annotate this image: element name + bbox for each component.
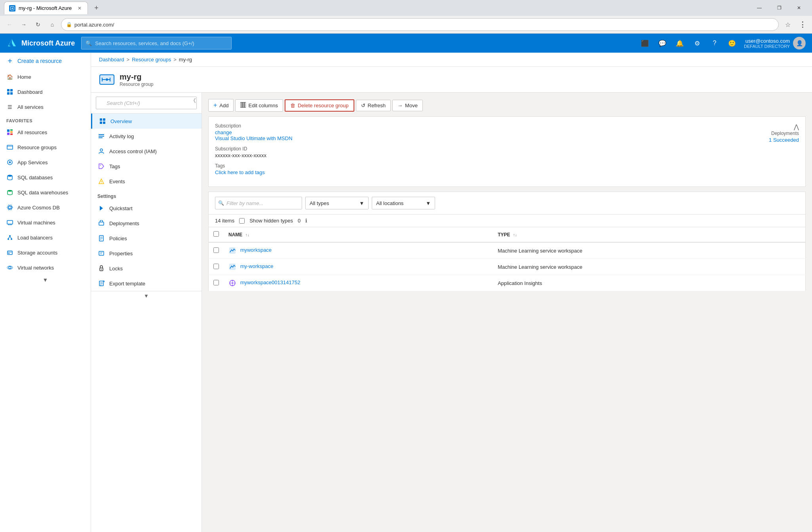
table-row: my-workspace Machine Learning service wo… [209,259,806,275]
edit-columns-button[interactable]: Edit columns [235,99,283,112]
row-resource-icon [228,279,236,287]
svg-rect-48 [242,102,244,108]
svg-rect-1 [7,89,10,91]
forward-button[interactable]: → [18,19,29,30]
azure-logo[interactable]: Microsoft Azure [6,38,75,49]
reload-button[interactable]: ↻ [32,19,44,30]
collapse-panel-icon[interactable]: 《 [190,97,196,104]
nav-item-quickstart[interactable]: Quickstart [91,201,202,216]
user-profile[interactable]: user@contoso.com DEFAULT DIRECTORY 👤 [744,37,806,49]
sidebar-item-sql-databases[interactable]: SQL databases [0,170,91,185]
svg-rect-9 [10,133,13,135]
refresh-button[interactable]: ↺ Refresh [356,100,391,111]
select-all-checkbox[interactable] [213,231,219,237]
more-options-button[interactable]: ⋮ [797,19,808,30]
sidebar-item-sql-data-warehouses[interactable]: SQL data warehouses [0,185,91,200]
user-tenant: DEFAULT DIRECTORY [744,44,790,49]
back-button[interactable]: ← [4,19,15,30]
subscription-value[interactable]: Visual Studio Ultimate with MSDN [215,135,293,141]
maximize-button[interactable]: ❐ [770,2,788,14]
sidebar-item-resource-groups[interactable]: Resource groups [0,140,91,155]
user-info: user@contoso.com DEFAULT DIRECTORY [744,38,790,49]
sql-databases-icon [6,174,13,181]
browser-tab[interactable]: my-rg - Microsoft Azure ✕ [4,2,88,14]
sidebar-item-all-resources[interactable]: All resources [0,125,91,140]
security-icon: 🔒 [66,22,72,27]
all-resources-icon [6,129,13,136]
sidebar-item-dashboard[interactable]: Dashboard [0,84,91,99]
tags-add-link[interactable]: Click here to add tags [215,169,265,175]
nav-item-deployments[interactable]: Deployments [91,216,202,231]
sidebar-virtual-machines-label: Virtual machines [17,220,55,226]
settings-icon[interactable]: ⚙ [692,38,703,49]
resource-name-link[interactable]: myworkspace0013141752 [240,279,300,285]
azure-header: Microsoft Azure 🔍 Search resources, serv… [0,34,812,53]
row-checkbox[interactable] [213,280,219,285]
collapse-icon[interactable]: ⋀ [794,124,799,130]
notifications-icon[interactable]: 🔔 [674,38,685,49]
sidebar-item-all-services[interactable]: ☰ All services [0,99,91,114]
show-hidden-checkbox[interactable] [239,218,245,224]
nav-item-export-template[interactable]: Export template [91,276,202,291]
user-avatar[interactable]: 👤 [793,37,806,49]
locks-icon [97,264,105,272]
overview-icon [99,117,106,125]
breadcrumb-resource-groups[interactable]: Resource groups [132,57,171,63]
sidebar-item-app-services[interactable]: App Services [0,155,91,170]
delete-rg-button[interactable]: 🗑 Delete resource group [285,99,354,112]
resource-header: my-rg Resource group [91,67,812,93]
cloud-shell-icon[interactable]: ⬛ [639,38,650,49]
deployments-value[interactable]: 1 Succeeded [769,137,799,143]
help-icon[interactable]: ? [709,38,720,49]
panel-search-input[interactable] [96,97,197,109]
sidebar-item-home[interactable]: 🏠 Home [0,69,91,84]
resource-name-link[interactable]: myworkspace [240,247,272,253]
bookmark-icon[interactable]: ☆ [782,21,794,28]
nav-item-properties[interactable]: Properties [91,246,202,261]
subscription-change-link[interactable]: change [215,129,232,135]
left-panel-scroll-down[interactable]: ▼ [91,291,202,300]
azure-search-bar[interactable]: 🔍 Search resources, services, and docs (… [81,37,232,49]
breadcrumb-dashboard[interactable]: Dashboard [99,57,124,63]
table-row: myworkspace0013141752 Application Insigh… [209,275,806,291]
info-tooltip-icon[interactable]: ℹ [305,218,307,224]
tab-close-button[interactable]: ✕ [76,5,83,11]
sidebar-favorites-label: FAVORITES [0,114,91,125]
chevron-down-icon: ▼ [43,277,48,283]
info-tags: Tags Click here to add tags [215,163,720,175]
sidebar-item-create-resource[interactable]: + Create a resource [0,53,91,69]
sidebar-item-virtual-machines[interactable]: Virtual machines [0,215,91,230]
col-name-header[interactable]: NAME ↑↓ [224,227,493,243]
nav-item-tags[interactable]: Tags [91,159,202,174]
add-button[interactable]: + Add [208,99,234,112]
nav-item-policies[interactable]: Policies [91,231,202,246]
filter-name-input[interactable] [215,197,302,209]
nav-item-overview[interactable]: Overview [91,114,202,129]
svg-point-18 [9,235,11,237]
nav-item-activity-log[interactable]: Activity log [91,129,202,144]
col-type-header[interactable]: TYPE ↑↓ [493,227,805,243]
move-button[interactable]: → Move [392,100,423,111]
refresh-label: Refresh [368,103,386,108]
nav-item-events[interactable]: Events [91,174,202,189]
minimize-button[interactable]: — [750,2,768,14]
row-checkbox[interactable] [213,247,219,253]
location-filter-dropdown[interactable]: All locations ▼ [372,197,435,209]
home-button[interactable]: ⌂ [47,19,58,30]
sidebar-scroll-down[interactable]: ▼ [0,275,91,285]
sidebar-item-storage-accounts[interactable]: Storage accounts [0,245,91,260]
nav-item-access-control[interactable]: Access control (IAM) [91,144,202,159]
address-bar[interactable]: 🔒 portal.azure.com/ [61,18,779,31]
sidebar-item-load-balancers[interactable]: Load balancers [0,230,91,245]
row-checkbox[interactable] [213,264,219,269]
refresh-icon: ↺ [361,103,365,108]
resource-name-link[interactable]: my-workspace [240,263,274,269]
nav-item-locks[interactable]: Locks [91,261,202,276]
smiley-icon[interactable]: 🙂 [726,38,738,49]
new-tab-button[interactable]: + [91,4,102,12]
sidebar-item-virtual-networks[interactable]: Virtual networks [0,260,91,275]
close-button[interactable]: ✕ [790,2,808,14]
feedback-icon[interactable]: 💬 [657,38,668,49]
sidebar-item-cosmos-db[interactable]: Azure Cosmos DB [0,200,91,215]
type-filter-dropdown[interactable]: All types ▼ [305,197,369,209]
